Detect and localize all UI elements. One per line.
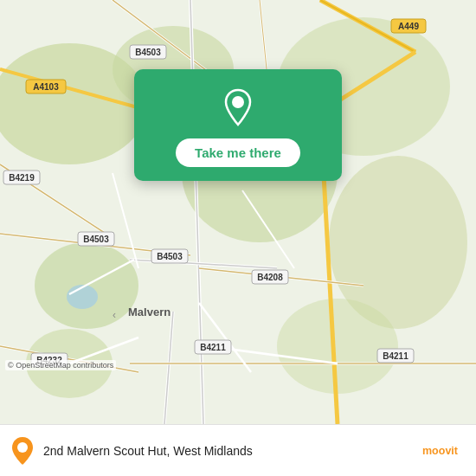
svg-text:moovit: moovit bbox=[422, 445, 459, 457]
svg-text:‹: ‹ bbox=[113, 309, 116, 321]
svg-text:A449: A449 bbox=[398, 22, 419, 31]
moovit-pin-icon bbox=[10, 435, 35, 466]
take-me-there-card: Take me there bbox=[134, 69, 342, 181]
svg-text:B4211: B4211 bbox=[200, 343, 226, 352]
svg-point-8 bbox=[277, 299, 398, 394]
svg-point-67 bbox=[17, 442, 28, 453]
bottom-info-bar: 2nd Malvern Scout Hut, West Midlands moo… bbox=[0, 424, 476, 476]
svg-text:B4208: B4208 bbox=[257, 273, 283, 282]
moovit-logo: moovit bbox=[422, 441, 466, 460]
svg-text:Malvern: Malvern bbox=[128, 306, 170, 318]
location-name-label: 2nd Malvern Scout Hut, West Midlands bbox=[43, 444, 414, 458]
location-pin-icon bbox=[215, 85, 261, 130]
map-attribution: © OpenStreetMap contributors bbox=[5, 360, 116, 370]
svg-text:B4211: B4211 bbox=[383, 351, 408, 361]
svg-text:A4103: A4103 bbox=[33, 82, 59, 92]
moovit-logo-icon: moovit bbox=[422, 441, 466, 460]
take-me-there-button[interactable]: Take me there bbox=[176, 138, 300, 167]
map-area: A449 A449 A4103 B4503 B4503 B4503 B4219 … bbox=[0, 0, 476, 424]
svg-text:B4503: B4503 bbox=[83, 235, 109, 244]
svg-text:B4219: B4219 bbox=[9, 173, 35, 183]
svg-text:B4503: B4503 bbox=[135, 48, 161, 57]
svg-point-66 bbox=[232, 96, 244, 108]
svg-text:B4503: B4503 bbox=[157, 252, 183, 261]
